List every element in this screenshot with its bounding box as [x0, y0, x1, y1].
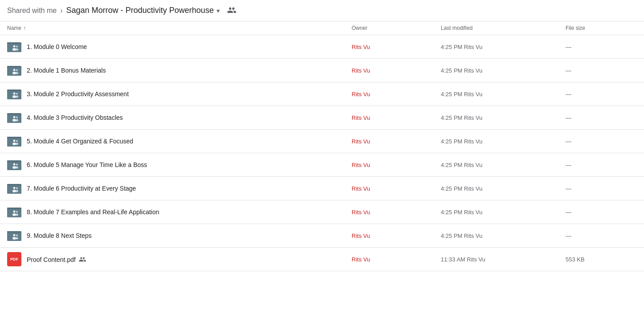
owner-cell: Rits Vu — [352, 256, 441, 263]
svg-rect-51 — [7, 209, 21, 217]
svg-point-24 — [13, 116, 16, 118]
table-row[interactable]: 1. Module 0 Welcome Rits Vu 4:25 PM Rits… — [0, 35, 644, 59]
modified-cell: 4:25 PM Rits Vu — [441, 138, 566, 145]
shared-folder-icon — [7, 63, 21, 77]
svg-point-10 — [13, 69, 16, 71]
owner-cell: Rits Vu — [352, 91, 441, 98]
svg-rect-9 — [7, 67, 21, 76]
svg-rect-23 — [7, 114, 21, 123]
table-row[interactable]: 3. Module 2 Productivity Assessment Rits… — [0, 82, 644, 106]
svg-point-33 — [16, 140, 18, 142]
file-list: 1. Module 0 Welcome Rits Vu 4:25 PM Rits… — [0, 35, 644, 271]
svg-rect-16 — [7, 91, 21, 99]
svg-point-31 — [13, 140, 16, 142]
size-cell: — — [566, 138, 637, 145]
svg-point-17 — [13, 93, 16, 95]
svg-point-5 — [16, 46, 18, 48]
column-size-header: File size — [566, 25, 637, 31]
file-name-cell: 2. Module 1 Bonus Materials — [7, 63, 352, 77]
svg-point-61 — [16, 235, 18, 236]
file-name-cell: 8. Module 7 Examples and Real-Life Appli… — [7, 205, 352, 219]
table-row[interactable]: 8. Module 7 Examples and Real-Life Appli… — [0, 200, 644, 224]
owner-cell: Rits Vu — [352, 209, 441, 216]
table-row[interactable]: 2. Module 1 Bonus Materials Rits Vu 4:25… — [0, 59, 644, 82]
shared-folder-icon — [7, 158, 21, 172]
svg-point-20 — [16, 96, 18, 98]
file-name-cell: 1. Module 0 Welcome — [7, 40, 352, 54]
svg-point-52 — [13, 211, 16, 213]
svg-point-46 — [12, 190, 16, 192]
breadcrumb-current-folder[interactable]: Sagan Morrow - Productivity Powerhouse ▾ — [66, 6, 220, 15]
file-name-label: 1. Module 0 Welcome — [27, 43, 87, 50]
modified-cell: 11:33 AM Rits Vu — [441, 256, 566, 263]
breadcrumb-shared-link[interactable]: Shared with me — [7, 7, 57, 15]
table-row[interactable]: 5. Module 4 Get Organized & Focused Rits… — [0, 130, 644, 153]
svg-point-11 — [12, 72, 16, 74]
size-cell: — — [566, 91, 637, 98]
svg-point-41 — [16, 167, 18, 169]
svg-point-55 — [16, 214, 18, 216]
size-cell: — — [566, 67, 637, 74]
svg-rect-58 — [7, 232, 21, 241]
breadcrumb-separator: › — [60, 7, 62, 15]
size-cell: 553 KB — [566, 256, 637, 263]
column-owner-header: Owner — [352, 25, 441, 31]
file-name-cell: 9. Module 8 Next Steps — [7, 228, 352, 243]
svg-point-45 — [13, 187, 16, 189]
modified-cell: 4:25 PM Rits Vu — [441, 232, 566, 239]
size-cell: — — [566, 44, 637, 50]
modified-cell: 4:25 PM Rits Vu — [441, 185, 566, 192]
breadcrumb-folder-name: Sagan Morrow - Productivity Powerhouse — [66, 6, 214, 15]
svg-point-40 — [16, 164, 18, 166]
shared-folder-icon — [7, 205, 21, 219]
size-cell: — — [566, 209, 637, 216]
file-name-label: 5. Module 4 Get Organized & Focused — [27, 138, 133, 145]
file-name-label: 6. Module 5 Manage Your Time Like a Boss — [27, 161, 147, 168]
svg-rect-2 — [7, 44, 21, 52]
shared-indicator-icon — [78, 256, 86, 262]
svg-point-27 — [16, 119, 18, 122]
svg-point-62 — [16, 237, 18, 240]
modified-cell: 4:25 PM Rits Vu — [441, 162, 566, 168]
file-name-label: 2. Module 1 Bonus Materials — [27, 67, 106, 74]
svg-point-13 — [16, 72, 18, 74]
table-row[interactable]: PDF Proof Content.pdf Rits Vu 11:33 AM R… — [0, 248, 644, 271]
table-row[interactable]: 4. Module 3 Productivity Obstacles Rits … — [0, 106, 644, 130]
modified-cell: 4:25 PM Rits Vu — [441, 91, 566, 98]
table-header: Name ↑ Owner Last modified File size — [0, 21, 644, 35]
shared-folder-icon — [7, 87, 21, 101]
shared-folder-icon — [7, 134, 21, 148]
owner-cell: Rits Vu — [352, 185, 441, 192]
table-row[interactable]: 6. Module 5 Manage Your Time Like a Boss… — [0, 153, 644, 177]
shared-folder-icon — [7, 110, 21, 125]
modified-cell: 4:25 PM Rits Vu — [441, 114, 566, 121]
size-cell: — — [566, 185, 637, 192]
breadcrumb-dropdown-icon[interactable]: ▾ — [217, 7, 220, 14]
column-modified-header: Last modified — [441, 25, 566, 31]
sort-ascending-icon: ↑ — [23, 25, 26, 31]
svg-rect-37 — [7, 162, 21, 170]
svg-point-53 — [12, 213, 16, 216]
owner-cell: Rits Vu — [352, 162, 441, 168]
table-row[interactable]: 7. Module 6 Productivity at Every Stage … — [0, 177, 644, 200]
modified-cell: 4:25 PM Rits Vu — [441, 44, 566, 50]
file-name-label: 4. Module 3 Productivity Obstacles — [27, 114, 123, 121]
share-people-icon[interactable] — [227, 5, 237, 16]
file-name-cell: 7. Module 6 Productivity at Every Stage — [7, 181, 352, 196]
size-cell: — — [566, 114, 637, 121]
svg-point-60 — [12, 237, 16, 240]
svg-point-25 — [12, 119, 16, 122]
modified-cell: 4:25 PM Rits Vu — [441, 209, 566, 216]
file-name-label: 7. Module 6 Productivity at Every Stage — [27, 185, 136, 192]
svg-point-12 — [16, 69, 18, 71]
breadcrumb: Shared with me › Sagan Morrow - Producti… — [0, 0, 644, 21]
column-name-header[interactable]: Name ↑ — [7, 25, 352, 31]
file-name-cell: 4. Module 3 Productivity Obstacles — [7, 110, 352, 125]
file-name-cell: 3. Module 2 Productivity Assessment — [7, 87, 352, 101]
shared-folder-icon — [7, 181, 21, 196]
size-cell: — — [566, 162, 637, 168]
owner-cell: Rits Vu — [352, 138, 441, 145]
table-row[interactable]: 9. Module 8 Next Steps Rits Vu 4:25 PM R… — [0, 224, 644, 248]
svg-rect-44 — [7, 185, 21, 194]
owner-cell: Rits Vu — [352, 114, 441, 121]
